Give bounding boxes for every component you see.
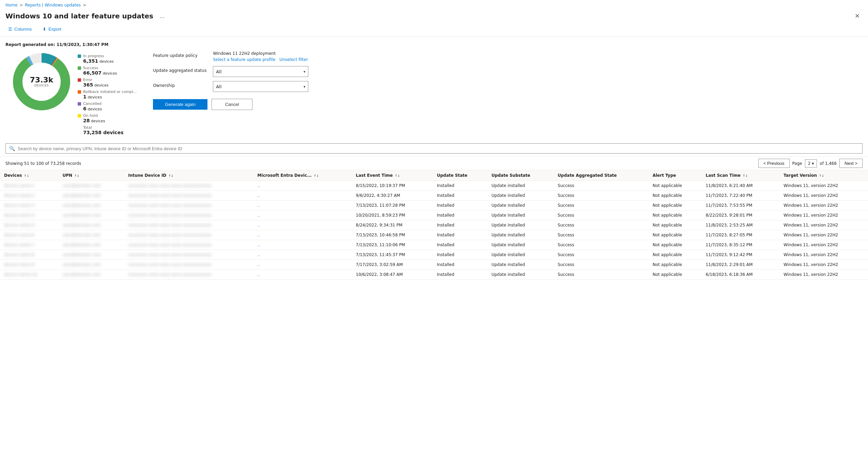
cell-update-state: Installed: [433, 270, 487, 280]
breadcrumb-home[interactable]: Home: [5, 3, 17, 7]
cell-entra-device: ..: [253, 181, 352, 191]
pagination-bar: Showing 51 to 100 of 73,258 records < Pr…: [0, 157, 868, 170]
cell-update-substate: Update installed: [487, 270, 554, 280]
cell-update-substate: Update installed: [487, 201, 554, 210]
filter-links: Select a feature update profile Unselect…: [213, 57, 308, 62]
of-label: of 1,466: [820, 161, 837, 166]
col-last-scan[interactable]: Last Scan Time ↑↓: [702, 170, 779, 181]
select-profile-link[interactable]: Select a feature update profile: [213, 57, 275, 62]
sort-icon-upn: ↑↓: [74, 174, 79, 177]
cell-intune-id: xxxxxxxx-xxxx-xxxx-xxxx-xxxxxxxxxxxx: [124, 201, 253, 210]
cell-devices: device-name-4: [0, 210, 58, 220]
cell-target-version: Windows 11, version 22H2: [779, 210, 868, 220]
cell-update-substate: Update installed: [487, 240, 554, 250]
legend-text-inprogress: In progress 6,351 devices: [83, 54, 114, 64]
col-last-event[interactable]: Last Event Time ↑↓: [352, 170, 433, 181]
cell-target-version: Windows 11, version 22H2: [779, 240, 868, 250]
cell-aggregated-state: Success: [554, 181, 649, 191]
filter-select-aggregated[interactable]: All ▾: [213, 66, 308, 77]
unselect-filter-link[interactable]: Unselect filter: [279, 57, 308, 62]
records-count: Showing 51 to 100 of 73,258 records: [5, 161, 81, 166]
columns-button[interactable]: ☰ Columns: [5, 25, 34, 33]
legend-item-rollback: Rollback initiated or compl... 1 devices: [78, 90, 137, 99]
legend-item-onhold: On hold 28 devices: [78, 113, 137, 123]
cell-last-scan: 11/8/2023, 2:29:01 AM: [702, 260, 779, 270]
next-button[interactable]: Next >: [839, 159, 863, 168]
cell-update-state: Installed: [433, 220, 487, 230]
legend-item-inprogress: In progress 6,351 devices: [78, 54, 137, 64]
table-row: device-name-6 user@domain.com xxxxxxxx-x…: [0, 230, 868, 240]
table-header-row: Devices ↑↓ UPN ↑↓ Intune Device ID ↑↓ Mi…: [0, 170, 868, 181]
cell-alert-type: Not applicable: [649, 210, 702, 220]
cell-update-substate: Update installed: [487, 220, 554, 230]
cell-update-substate: Update installed: [487, 210, 554, 220]
cell-target-version: Windows 11, version 22H2: [779, 250, 868, 260]
cell-entra-device: ..: [253, 210, 352, 220]
col-upn[interactable]: UPN ↑↓: [58, 170, 124, 181]
cell-alert-type: Not applicable: [649, 191, 702, 201]
col-intune-id[interactable]: Intune Device ID ↑↓: [124, 170, 253, 181]
col-devices[interactable]: Devices ↑↓: [0, 170, 58, 181]
chart-filters-area: 73.3k DEVICES In progress 6,351 devices …: [5, 51, 863, 135]
search-input[interactable]: [18, 146, 859, 151]
cell-last-scan: 11/8/2023, 2:53:25 AM: [702, 220, 779, 230]
cell-last-scan: 8/22/2023, 9:28:01 PM: [702, 210, 779, 220]
legend-dot-inprogress: [78, 54, 81, 58]
more-options-button[interactable]: ...: [157, 12, 167, 20]
cell-upn: user@domain.com: [58, 230, 124, 240]
sort-icon-scan: ↑↓: [743, 174, 748, 177]
cell-last-event: 10/20/2021, 8:59:23 PM: [352, 210, 433, 220]
cell-last-scan: 11/8/2023, 6:21:40 AM: [702, 181, 779, 191]
cell-target-version: Windows 11, version 22H2: [779, 201, 868, 210]
close-button[interactable]: ✕: [852, 12, 863, 20]
table-row: device-name-8 user@domain.com xxxxxxxx-x…: [0, 250, 868, 260]
page-select[interactable]: 2 ▾: [805, 159, 817, 168]
search-input-wrapper[interactable]: 🔍: [5, 143, 863, 154]
legend-item-success: Success 66,507 devices: [78, 66, 137, 76]
legend-dot-error: [78, 78, 81, 82]
cell-alert-type: Not applicable: [649, 220, 702, 230]
toolbar: ☰ Columns ⬇ Export: [0, 23, 868, 37]
filter-select-ownership-value: All: [216, 84, 221, 89]
filter-label-policy: Feature update policy: [153, 51, 207, 58]
cell-alert-type: Not applicable: [649, 230, 702, 240]
breadcrumb-reports[interactable]: Reports | Windows updates: [25, 3, 81, 7]
col-entra-device[interactable]: Microsoft Entra Devic... ↑↓: [253, 170, 352, 181]
table-row: device-name-9 user@domain.com xxxxxxxx-x…: [0, 260, 868, 270]
col-update-state: Update State: [433, 170, 487, 181]
table-row: device-name-7 user@domain.com xxxxxxxx-x…: [0, 240, 868, 250]
legend-text-rollback: Rollback initiated or compl... 1 devices: [83, 90, 137, 99]
col-target-version[interactable]: Target Version ↑↓: [779, 170, 868, 181]
col-aggregated-state: Update Aggregated State: [554, 170, 649, 181]
filter-select-ownership[interactable]: All ▾: [213, 81, 308, 92]
sort-icon-devices: ↑↓: [24, 174, 29, 177]
table-row: device-name-1 user@domain.com xxxxxxxx-x…: [0, 181, 868, 191]
columns-label: Columns: [14, 27, 32, 32]
cell-aggregated-state: Success: [554, 191, 649, 201]
page-number: 2: [808, 161, 811, 166]
export-button[interactable]: ⬇ Export: [40, 25, 64, 33]
cell-target-version: Windows 11, version 22H2: [779, 230, 868, 240]
cancel-button[interactable]: Cancel: [212, 99, 252, 110]
filter-select-aggregated-value: All: [216, 69, 221, 74]
legend-item-cancelled: Cancelled 6 devices: [78, 101, 137, 111]
cell-entra-device: ..: [253, 201, 352, 210]
filter-section: Feature update policy Windows 11 22H2 de…: [153, 51, 323, 110]
generate-again-button[interactable]: Generate again: [153, 99, 207, 110]
cell-entra-device: ..: [253, 191, 352, 201]
cell-update-state: Installed: [433, 230, 487, 240]
cell-intune-id: xxxxxxxx-xxxx-xxxx-xxxx-xxxxxxxxxxxx: [124, 250, 253, 260]
cell-devices: device-name-1: [0, 181, 58, 191]
previous-button[interactable]: < Previous: [758, 159, 790, 168]
filter-value-policy: Windows 11 22H2 deployment Select a feat…: [213, 51, 308, 62]
export-icon: ⬇: [43, 27, 46, 32]
report-generated-text: Report generated on: 11/9/2023, 1:30:47 …: [5, 42, 863, 47]
table-row: device-name-10 user@domain.com xxxxxxxx-…: [0, 270, 868, 280]
legend-dot-cancelled: [78, 102, 81, 106]
cell-update-substate: Update installed: [487, 250, 554, 260]
cell-last-event: 10/6/2022, 3:08:47 AM: [352, 270, 433, 280]
donut-center: 73.3k DEVICES: [30, 76, 53, 87]
policy-value: Windows 11 22H2 deployment: [213, 51, 308, 56]
sort-icon-intune: ↑↓: [169, 174, 174, 177]
cell-alert-type: Not applicable: [649, 260, 702, 270]
